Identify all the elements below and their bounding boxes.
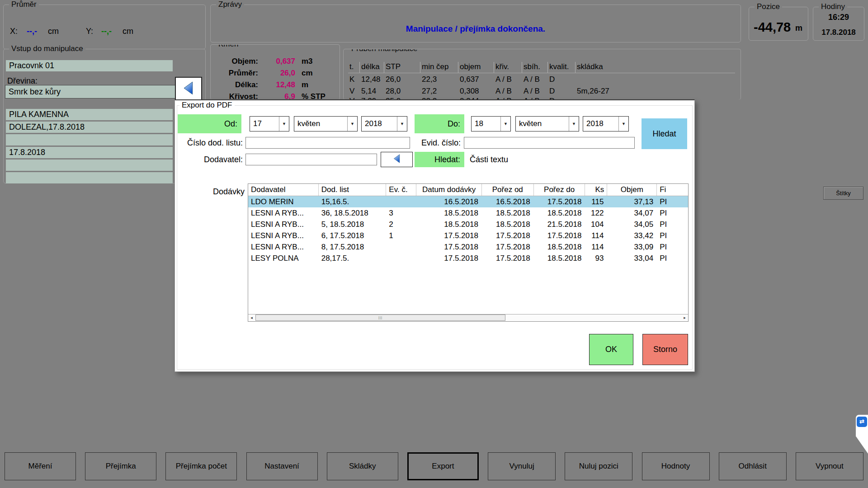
stitky-button[interactable]: Štítky — [823, 187, 863, 200]
panel-hodiny-title: Hodiny — [819, 2, 847, 11]
storno-button[interactable]: Storno — [642, 334, 688, 365]
od-label-chip: Od: — [178, 114, 241, 133]
toolbar-vypnout[interactable]: Vypnout — [796, 452, 863, 480]
toolbar-prejimka[interactable]: Přejímka — [85, 452, 156, 480]
toolbar-skladky[interactable]: Skládky — [327, 452, 398, 480]
prubeh-header: objem — [458, 62, 494, 73]
hledat-button[interactable]: Hledat — [642, 118, 687, 149]
position-value: -44,78 — [754, 20, 791, 35]
dodavky-table: Dodavatel Dod. list Ev. č. Datum dodávky… — [248, 183, 689, 322]
kmen-label: Křivost: — [211, 92, 258, 100]
back-arrow-icon — [392, 153, 401, 166]
drevina-field[interactable]: Smrk bez kůry — [5, 85, 177, 99]
kmen-value: 26,0 — [258, 68, 295, 78]
col-header[interactable]: Objem — [607, 184, 657, 196]
cislo-input[interactable] — [245, 137, 410, 149]
info-row: DOLEZAL,17.8.2018 — [6, 122, 173, 133]
table-row[interactable]: LESNI A RYB... 36, 18.5.2018 3 18.5.2018… — [248, 207, 688, 219]
table-row[interactable]: LDO MERIN 15,16.5. 16.5.2018 16.5.2018 1… — [248, 196, 688, 207]
hledat-mode-value: Části textu — [470, 154, 508, 165]
table-row[interactable]: LESNI A RYB... 5, 18.5.2018 2 18.5.2018 … — [248, 219, 688, 230]
ok-button[interactable]: OK — [589, 334, 633, 365]
info-row — [6, 172, 173, 183]
od-month-select[interactable]: květen ▼ — [294, 116, 358, 131]
scroll-right-icon[interactable]: ▸ — [681, 314, 688, 321]
kmen-value: 0,637 — [258, 56, 295, 66]
toolbar-nastaveni[interactable]: Nastavení — [246, 452, 318, 480]
clock-time: 16:29 — [813, 13, 864, 22]
status-message: Manipulace / přejímka dokončena. — [211, 24, 741, 34]
toolbar-hodnoty[interactable]: Hodnoty — [642, 452, 710, 480]
do-day-select[interactable]: 18 ▼ — [471, 116, 511, 131]
col-header[interactable]: Datum dodávky — [416, 184, 482, 196]
app-root: Průměr X: --,- cm Y: --,- cm Zprávy Mani… — [0, 0, 868, 488]
prubeh-header: délka — [360, 62, 384, 73]
kmen-value: 12,48 — [258, 80, 295, 90]
chevron-down-icon[interactable]: ▼ — [500, 117, 510, 131]
kmen-row: Průměr: 26,0 cm — [211, 68, 313, 78]
col-header[interactable]: Ks — [585, 184, 607, 196]
y-label: Y: — [86, 27, 93, 36]
col-header[interactable]: Pořez do — [534, 184, 585, 196]
kmen-row: Objem: 0,637 m3 — [211, 56, 313, 66]
prubeh-header: kvalit. — [548, 62, 576, 73]
prubeh-header: t. — [348, 62, 360, 73]
do-day-value: 18 — [472, 117, 500, 131]
panel-kmen-title: Kmen — [216, 44, 241, 49]
horizontal-scrollbar[interactable]: ◂ ||| ▸ — [248, 314, 688, 321]
evid-input[interactable] — [464, 137, 635, 149]
info-row: 17.8.2018 — [6, 147, 173, 158]
table-row[interactable]: LESNI A RYB... 6, 17.5.2018 1 17.5.2018 … — [248, 230, 688, 241]
col-header[interactable]: Pořez od — [482, 184, 534, 196]
cislo-label: Číslo dod. listu: — [176, 138, 243, 148]
kmen-unit: m3 — [302, 56, 313, 66]
x-value: --,- — [27, 27, 37, 36]
table-row[interactable]: LESNI A RYB... 8, 17.5.2018 17.5.2018 17… — [248, 241, 688, 253]
scroll-left-icon[interactable]: ◂ — [248, 314, 255, 321]
panel-prubeh: Průběh manipulace t. délka STP min čep o… — [343, 49, 741, 100]
prubeh-header: STP — [384, 62, 420, 73]
col-header[interactable]: Dod. list — [319, 184, 387, 196]
dodavky-label: Dodávky — [202, 187, 245, 197]
chevron-down-icon[interactable]: ▼ — [569, 117, 579, 131]
kmen-label: Objem: — [211, 56, 258, 66]
dodavatel-input[interactable] — [245, 154, 377, 165]
toolbar-export[interactable]: Export — [407, 452, 479, 480]
toolbar-mereni[interactable]: Měření — [5, 452, 76, 480]
od-month-value: květen — [294, 117, 347, 131]
toolbar-vynuluj[interactable]: Vynuluj — [488, 452, 556, 480]
evid-label: Evid. číslo: — [410, 138, 461, 148]
col-header[interactable]: Fi — [657, 184, 688, 196]
kmen-row: Křivost: 6,9 % STP — [211, 92, 326, 100]
chevron-down-icon[interactable]: ▼ — [618, 117, 628, 131]
col-header[interactable]: Ev. č. — [386, 184, 416, 196]
x-unit: cm — [48, 27, 59, 36]
export-pdf-dialog: Export do PDF Od: 17 ▼ květen ▼ 2018 ▼ D… — [175, 99, 695, 372]
teamviewer-icon[interactable]: ⇄ — [857, 417, 867, 427]
od-year-value: 2018 — [362, 117, 397, 131]
do-label-chip: Do: — [415, 114, 464, 133]
col-header[interactable]: Dodavatel — [248, 184, 319, 196]
panel-prubeh-title: Průběh manipulace — [349, 49, 420, 53]
od-year-select[interactable]: 2018 ▼ — [361, 116, 407, 131]
panel-vstup-title: Vstup do manipulace — [9, 44, 85, 53]
worker-field: Pracovnk 01 — [6, 60, 173, 71]
do-year-select[interactable]: 2018 ▼ — [583, 116, 629, 131]
scrollbar-thumb[interactable]: ||| — [255, 314, 505, 321]
toolbar-nuluj-pozici[interactable]: Nuluj pozici — [565, 452, 632, 480]
od-day-select[interactable]: 17 ▼ — [250, 116, 289, 131]
prubeh-header: min čep — [420, 62, 458, 73]
kmen-unit: m — [302, 80, 308, 90]
dodavatel-back-arrow-button[interactable] — [381, 152, 413, 167]
prubeh-header: skládka — [576, 62, 634, 73]
panel-pozice-title: Pozice — [755, 2, 782, 11]
table-row[interactable]: LESY POLNA 28,17.5. 17.5.2018 17.5.2018 … — [248, 253, 688, 264]
toolbar-prejimka-pocet[interactable]: Přejímka počet — [165, 452, 237, 480]
do-month-select[interactable]: květen ▼ — [515, 116, 579, 131]
back-arrow-button[interactable] — [175, 77, 202, 101]
chevron-down-icon[interactable]: ▼ — [279, 117, 289, 131]
chevron-down-icon[interactable]: ▼ — [347, 117, 357, 131]
toolbar-odhlasit[interactable]: Odhlásit — [719, 452, 787, 480]
prubeh-row: V 5,14 28,0 27,2 0,308 A / B A / B D 5m,… — [348, 86, 634, 96]
chevron-down-icon[interactable]: ▼ — [397, 117, 407, 131]
